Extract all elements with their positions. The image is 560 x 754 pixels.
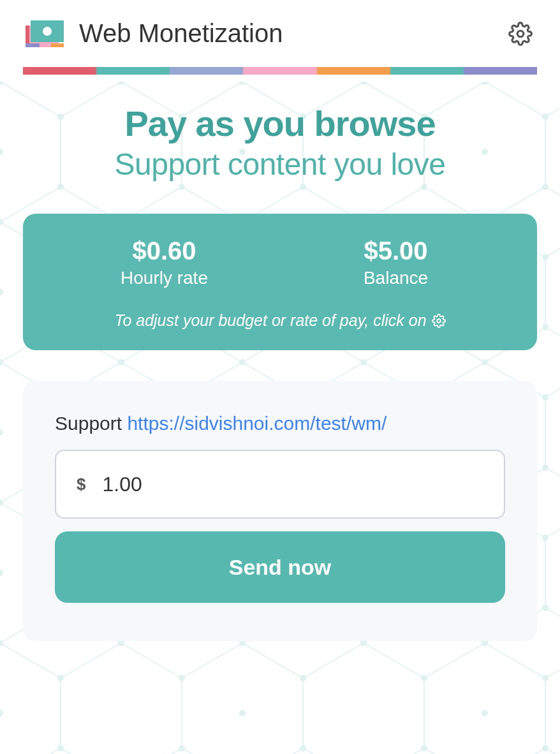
hourly-rate-stat: $0.60 Hourly rate	[48, 237, 280, 288]
svg-point-16	[43, 27, 52, 36]
hero-title: Pay as you browse	[23, 103, 537, 144]
color-segment	[390, 67, 464, 75]
settings-button[interactable]	[506, 20, 534, 48]
color-strip	[23, 67, 537, 75]
amount-input[interactable]	[102, 473, 483, 496]
support-label: Support https://sidvishnoi.com/test/wm/	[55, 413, 505, 434]
svg-point-20	[437, 319, 441, 323]
balance-stat: $5.00 Balance	[280, 237, 512, 288]
hero-subtitle: Support content you love	[23, 147, 537, 182]
support-label-prefix: Support	[55, 413, 127, 434]
stats-hint-text: To adjust your budget or rate of pay, cl…	[114, 311, 426, 330]
hourly-rate-value: $0.60	[48, 237, 280, 265]
app-title: Web Monetization	[79, 19, 283, 48]
stats-row: $0.60 Hourly rate $5.00 Balance	[48, 237, 512, 288]
amount-input-wrapper: $	[55, 450, 505, 519]
balance-label: Balance	[280, 268, 512, 288]
hourly-rate-label: Hourly rate	[48, 268, 280, 288]
color-segment	[96, 67, 170, 75]
color-segment	[317, 67, 390, 75]
color-segment	[23, 67, 96, 75]
color-segment	[464, 67, 537, 75]
support-card: Support https://sidvishnoi.com/test/wm/ …	[23, 381, 537, 641]
send-now-button[interactable]: Send now	[55, 531, 505, 603]
header: Web Monetization	[0, 0, 560, 67]
svg-point-19	[517, 31, 524, 37]
currency-symbol: $	[77, 475, 85, 494]
support-url-link[interactable]: https://sidvishnoi.com/test/wm/	[127, 413, 387, 434]
main-content: Pay as you browse Support content you lo…	[0, 75, 560, 641]
gear-icon	[508, 22, 533, 46]
header-left: Web Monetization	[26, 19, 283, 48]
stats-card: $0.60 Hourly rate $5.00 Balance To adjus…	[23, 214, 537, 350]
app-logo	[26, 20, 64, 47]
gear-icon	[432, 314, 446, 328]
balance-value: $5.00	[280, 237, 512, 265]
stats-hint: To adjust your budget or rate of pay, cl…	[48, 311, 512, 330]
svg-rect-18	[51, 43, 64, 47]
color-segment	[243, 67, 316, 75]
color-segment	[170, 67, 243, 75]
svg-rect-17	[26, 43, 40, 47]
